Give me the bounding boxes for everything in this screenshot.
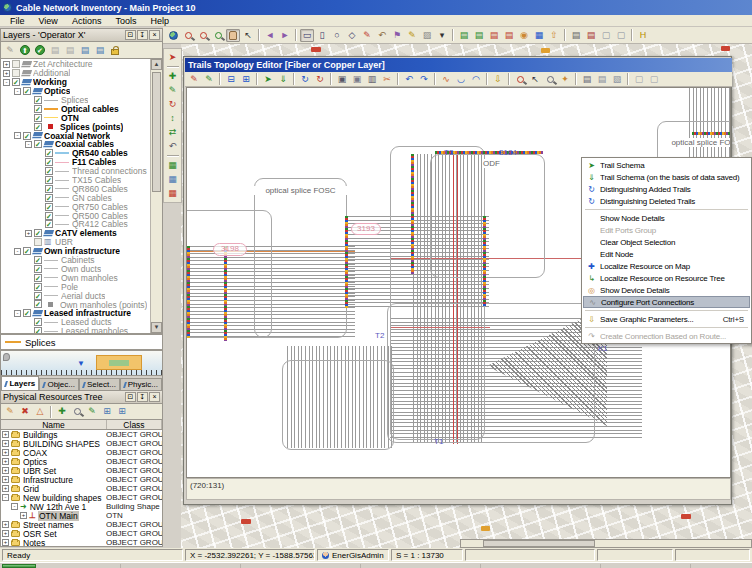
map-horizontal-scrollbar[interactable] <box>460 539 752 548</box>
select-object-icon[interactable]: ▯ <box>315 29 329 42</box>
pointer-icon[interactable]: ↖ <box>241 29 255 42</box>
menu-item-edit-ports-group[interactable]: Edit Ports Group <box>583 224 750 236</box>
collapse-icon[interactable]: - <box>11 503 18 510</box>
layer-clear-icon[interactable]: ▤ <box>502 29 516 42</box>
menu-item-show-node-details[interactable]: Show Node Details <box>583 212 750 224</box>
node-back-icon[interactable]: ⊞ <box>239 73 253 86</box>
layer-tree-item[interactable]: +Additional <box>2 69 150 78</box>
refresh-selection-icon[interactable]: ↻ <box>166 98 180 111</box>
page-first-icon[interactable]: ▢ <box>632 73 646 86</box>
menu-item-configure-port-connections[interactable]: ∿Configure Port Connections <box>583 296 750 308</box>
layer-checkbox[interactable] <box>12 60 20 68</box>
fosc-node-box[interactable] <box>254 178 347 338</box>
layer-checkbox[interactable]: ✓ <box>34 318 42 326</box>
tab-layers[interactable]: Layers <box>1 376 39 390</box>
expand-icon[interactable]: + <box>2 467 9 474</box>
layer-add-icon[interactable]: ▤ <box>457 29 471 42</box>
pin-icon[interactable]: ↧ <box>137 30 148 40</box>
trail-schema-icon[interactable]: ➤ <box>261 73 275 86</box>
expand-icon[interactable]: + <box>2 530 9 537</box>
menu-help[interactable]: Help <box>144 15 175 27</box>
expand-icon[interactable]: + <box>2 431 9 438</box>
menu-item-trail-schema-on-the-basis-of-data-saved[interactable]: ⇓Trail Schema (on the basis of data save… <box>583 171 750 183</box>
layer-checkbox[interactable] <box>12 69 20 77</box>
print-preview-icon[interactable]: ▤ <box>595 73 609 86</box>
more-tools-icon[interactable]: ▾ <box>435 29 449 42</box>
layers-tree[interactable]: +Zet Architecture+Additional-✓Working-✓O… <box>0 58 163 334</box>
layer-checkbox[interactable]: ✓ <box>12 78 20 86</box>
expand-icon[interactable]: + <box>20 512 27 519</box>
expand-icon[interactable]: + <box>2 476 9 483</box>
odf-node-box[interactable] <box>430 154 545 278</box>
stack-view-a-icon[interactable]: ▤ <box>48 44 62 57</box>
collapse-icon[interactable]: - <box>14 132 21 139</box>
globe-icon[interactable] <box>166 29 180 42</box>
app-titlebar[interactable]: Cable Network Inventory - Main Project 1… <box>0 0 752 15</box>
pan-hand-icon[interactable] <box>226 29 240 42</box>
restore-icon[interactable]: ⊡ <box>125 392 136 402</box>
page-next-icon[interactable]: ▢ <box>614 29 628 42</box>
connect-mode-icon[interactable]: ∿ <box>439 73 453 86</box>
menu-view[interactable]: View <box>33 15 64 27</box>
expand-icon[interactable]: + <box>3 70 10 77</box>
draw-red-icon[interactable]: ✎ <box>360 29 374 42</box>
layer-checkbox[interactable]: ✓ <box>34 256 42 264</box>
layer-import-icon[interactable]: ▤ <box>472 29 486 42</box>
curve-down-icon[interactable]: ◡ <box>454 73 468 86</box>
layer-checkbox[interactable]: ✓ <box>34 229 42 237</box>
collapse-icon[interactable]: - <box>14 88 21 95</box>
undo-move-icon[interactable]: ↶ <box>166 140 180 153</box>
snapshot-icon[interactable]: ▣ <box>335 73 349 86</box>
expand-icon[interactable]: + <box>2 485 9 492</box>
layer-checkbox[interactable]: ✓ <box>34 327 42 334</box>
zoom-out-icon[interactable] <box>196 29 210 42</box>
palette-icon[interactable]: ◉ <box>517 29 531 42</box>
save-params-icon[interactable]: ⇩ <box>491 73 505 86</box>
menu-item-create-connection-based-on-route[interactable]: ↷Create Connection Based on Route... <box>583 330 750 342</box>
layer-checkbox[interactable]: ✓ <box>45 149 53 157</box>
bottom-left-node-box[interactable] <box>282 360 394 450</box>
menu-item-distinguishing-added-trails[interactable]: ↻Distinguishing Added Trails <box>583 183 750 195</box>
tab-objec[interactable]: Objec... <box>39 378 79 390</box>
zoom-device-icon[interactable] <box>513 73 527 86</box>
layer-checkbox[interactable]: ✓ <box>45 212 53 220</box>
zoom-region-icon[interactable] <box>543 73 557 86</box>
resources-column-header[interactable]: Name Class <box>0 419 163 430</box>
print-labels-icon[interactable]: ▤ <box>584 29 598 42</box>
distinguish-deleted-icon[interactable]: ↻ <box>313 73 327 86</box>
expand-icon[interactable]: + <box>2 458 9 465</box>
edit-trail-red-icon[interactable]: ✎ <box>187 73 201 86</box>
page-prev-icon[interactable]: ▢ <box>599 29 613 42</box>
collapse-icon[interactable]: - <box>2 494 9 501</box>
scroll-up-icon[interactable]: ▲ <box>151 59 162 70</box>
tab-physic[interactable]: Physic... <box>120 378 162 390</box>
layer-checkbox[interactable]: ✓ <box>23 247 31 255</box>
layer-checkbox[interactable]: ✓ <box>34 96 42 104</box>
delete-resource-icon[interactable]: ✖ <box>18 405 32 418</box>
menu-item-distinguishing-deleted-trails[interactable]: ↻Distinguishing Deleted Trails <box>583 195 750 207</box>
stack-edit-icon[interactable]: ▤ <box>78 44 92 57</box>
layer-checkbox[interactable]: ✓ <box>34 274 42 282</box>
nav-back-icon[interactable]: ◄ <box>263 29 277 42</box>
layer-checkbox[interactable]: ✓ <box>23 132 31 140</box>
edit-resource-icon[interactable]: ✎ <box>3 405 17 418</box>
menu-actions[interactable]: Actions <box>66 15 108 27</box>
select-polygon-icon[interactable]: ◇ <box>345 29 359 42</box>
layer-checkbox[interactable]: ✓ <box>45 185 53 193</box>
layer-checkbox[interactable]: ✓ <box>45 194 53 202</box>
zoom-in-icon[interactable] <box>181 29 195 42</box>
snapshot-save-icon[interactable]: ▣ <box>350 73 364 86</box>
layer-checkbox[interactable]: ✓ <box>34 123 42 131</box>
distinguish-added-icon[interactable]: ↻ <box>298 73 312 86</box>
menu-file[interactable]: File <box>4 15 31 27</box>
layer-checkbox[interactable]: ✓ <box>34 265 42 273</box>
find-resource-icon[interactable] <box>70 405 84 418</box>
locate-on-map-icon[interactable]: ⊞ <box>115 405 129 418</box>
expand-icon[interactable]: + <box>2 539 9 546</box>
menu-item-clear-object-selection[interactable]: Clear Object Selection <box>583 236 750 248</box>
scroll-thumb[interactable] <box>152 72 161 192</box>
layer-tree-item[interactable]: +✓CATV elements <box>2 229 150 238</box>
layer-checkbox[interactable]: ✓ <box>34 105 42 113</box>
column-class[interactable]: Class <box>107 420 162 429</box>
locate-on-tree-icon[interactable]: ⊞ <box>100 405 114 418</box>
